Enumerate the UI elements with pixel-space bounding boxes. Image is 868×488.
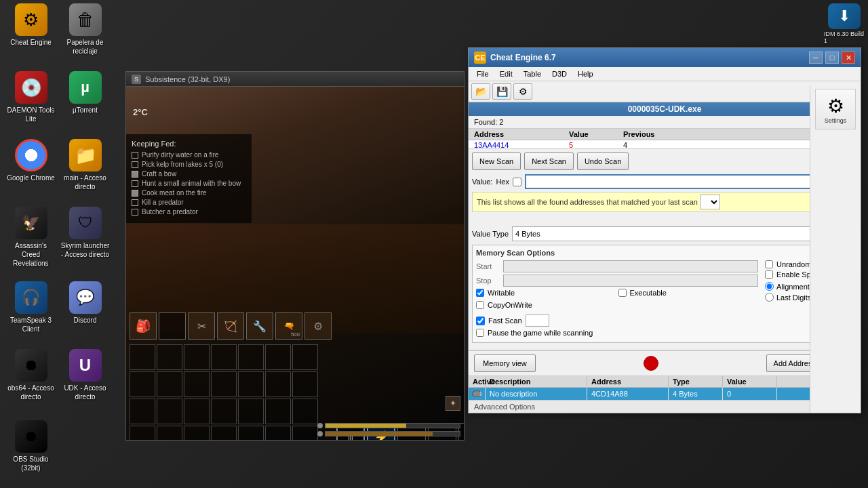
new-scan-button[interactable]: New Scan [472,152,521,170]
desktop-icon-main[interactable]: 📁 main - Acceso directo [60,139,111,191]
grid-cell[interactable] [184,426,210,441]
grid-cell[interactable] [265,371,291,397]
desktop-icon-daemon[interactable]: 💿 DAEMON Tools Lite [5,71,56,123]
main-icon: 📁 [69,139,102,171]
grid-cell[interactable] [292,426,318,441]
grid-cell[interactable] [292,399,318,424]
next-scan-button[interactable]: Next Scan [524,152,574,170]
menu-help[interactable]: Help [572,68,599,79]
ce-titlebar[interactable]: CE Cheat Engine 6.7 ─ □ ✕ [469,48,861,67]
grid-cell[interactable] [265,399,291,424]
crosshair-icon[interactable]: ✦ [446,396,460,411]
stamina-fill [326,432,433,436]
grid-cell[interactable] [211,399,237,424]
desktop-icon-assassin[interactable]: 🦅 Assassin's Creed Revelations [5,207,56,268]
grid-cell[interactable] [211,371,237,397]
menu-d3d[interactable]: D3D [547,68,572,79]
toolbar-save-btn[interactable]: 💾 [492,83,511,100]
scan-results-area[interactable]: 13AA4414 5 4 4B937008 4 4 [469,140,861,148]
inv-slot-5[interactable]: 🔧 [246,312,273,340]
menu-file[interactable]: File [471,68,494,79]
grid-cell[interactable] [292,371,318,397]
grid-cell[interactable] [157,399,182,424]
inv-slot-6[interactable]: 🔫 500 [275,312,302,340]
desktop-icon-udk[interactable]: U UDK - Acceso directo [60,349,111,401]
grid-cell[interactable] [265,426,291,441]
inv-slot-2[interactable] [159,312,186,340]
maximize-button[interactable]: □ [825,52,839,64]
grid-cell[interactable] [130,426,155,441]
addr-table-area[interactable]: No description 4CD14A88 4 Bytes 0 [469,388,861,400]
desktop-icon-chrome[interactable]: Google Chrome [5,139,56,182]
grid-cell[interactable] [130,344,155,370]
inv-slot-7[interactable]: ⚙ [304,312,332,340]
value-type-select[interactable]: 4 Bytes [512,226,857,241]
grid-cell[interactable] [265,344,291,370]
desktop-icon-papelera[interactable]: 🗑 Papelera de reciclaje [60,3,111,56]
undo-scan-button[interactable]: Undo Scan [577,152,629,170]
grid-cell[interactable] [157,371,182,397]
idm-icon[interactable]: ⬇ IDM 6.30 Build 1 [824,3,865,44]
grid-cell[interactable] [184,371,210,397]
start-input[interactable]: 0000000000000000 [503,260,758,272]
options-grid: Writable Executable CopyOnWrite [476,289,758,311]
toolbar-process-btn[interactable]: ⚙ [513,83,532,100]
desktop-icon-utorrent[interactable]: µ µTorrent [60,71,111,115]
obs32-label: OBS Studio (32bit) [5,455,56,472]
minimize-button[interactable]: ─ [809,52,823,64]
alignment-radio[interactable] [765,282,774,291]
scan-hint: This list shows all the found addresses … [472,192,857,212]
grid-cell[interactable] [157,344,182,370]
fast-scan-input[interactable]: 4 [526,314,549,327]
inv-slot-bag[interactable]: 🎒 [130,312,157,340]
memory-view-button[interactable]: Memory view [474,354,536,372]
scan-hint-dropdown[interactable] [700,195,720,209]
grid-cell[interactable] [238,426,264,441]
grid-cell[interactable] [211,344,237,370]
grid-cell[interactable] [157,426,182,441]
stop-input[interactable]: 7fffffffffffff [503,274,758,287]
grid-cell[interactable] [184,344,210,370]
result-addr-1[interactable]: 13AA4414 [474,141,569,148]
cheat-engine-label: Cheat Engine [5,38,56,47]
pause-checkbox[interactable] [476,329,484,337]
close-button[interactable]: ✕ [842,52,855,64]
cow-checkbox[interactable] [476,301,484,309]
grid-cell[interactable] [184,399,210,424]
grid-cell[interactable] [238,344,264,370]
hex-checkbox[interactable] [513,178,521,186]
desktop-icon-obs32[interactable]: ⏺ OBS Studio (32bit) [5,420,56,472]
grid-cell[interactable] [130,371,155,397]
papelera-icon: 🗑 [69,3,102,36]
inv-slot-4[interactable]: 🏹 [217,312,244,340]
grid-cell[interactable] [292,344,318,370]
desktop-icon-cheat-engine[interactable]: ⚙ Cheat Engine [5,3,56,47]
grid-cell[interactable] [211,426,237,441]
fast-scan-checkbox[interactable] [476,317,485,325]
advanced-options[interactable]: Advanced Options [474,403,535,411]
quest-check-3 [132,171,138,178]
addr-table-row-1[interactable]: No description 4CD14A88 4 Bytes 0 [469,388,861,400]
desktop-icon-discord[interactable]: 💬 Discord [60,281,111,325]
ce-left-panel: Found: 2 Address Value Previous 13AA4414… [469,116,861,413]
settings-button[interactable]: ⚙ Settings [815,116,856,129]
value-input[interactable]: 8 [525,174,857,189]
active-cell-1 [469,388,486,400]
stop-scan-button[interactable] [644,356,658,371]
menu-edit[interactable]: Edit [494,68,518,79]
desktop-icon-obs64[interactable]: ⏺ obs64 - Acceso directo [5,349,56,401]
grid-cell[interactable] [130,399,155,424]
writable-checkbox[interactable] [476,289,484,297]
menu-table[interactable]: Table [518,68,547,79]
grid-cell[interactable] [238,371,264,397]
speedhack-checkbox[interactable] [765,270,773,279]
executable-checkbox[interactable] [618,289,627,297]
inv-slot-3[interactable]: ✂ [188,312,215,340]
desktop-icon-skyrim[interactable]: 🛡 Skyrim launcher - Acceso directo [60,207,111,259]
scan-result-row-1[interactable]: 13AA4414 5 4 [469,140,861,148]
last-digits-radio[interactable] [765,293,774,302]
desktop-icon-teamspeak[interactable]: 🎧 TeamSpeak 3 Client [5,281,56,333]
toolbar-open-btn[interactable]: 📂 [471,83,490,100]
unrandomizer-checkbox[interactable] [765,260,773,268]
grid-cell[interactable] [238,399,264,424]
